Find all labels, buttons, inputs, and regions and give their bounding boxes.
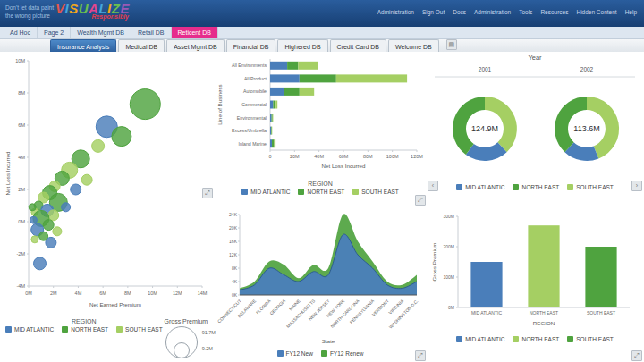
bubble-point[interactable] [30, 216, 38, 223]
legend-label: NORTH EAST [307, 189, 344, 195]
bubble-point[interactable] [48, 210, 59, 221]
bubble-point[interactable] [112, 127, 131, 147]
legend-item[interactable]: SOUTH EAST [567, 336, 614, 342]
y-axis-label: Gross Premium [431, 243, 437, 282]
report-tab[interactable]: Medical DB [118, 39, 165, 52]
bubble-point[interactable] [29, 204, 36, 211]
bubble-point[interactable] [92, 139, 105, 152]
report-tab[interactable]: Welcome DB [388, 39, 439, 52]
x-axis-label: REGION [533, 320, 555, 326]
bar[interactable] [528, 225, 559, 307]
bar-segment[interactable] [270, 139, 272, 147]
bar-segment[interactable] [271, 127, 272, 135]
bubble-point[interactable] [130, 89, 160, 120]
legend-label: MID ATLANTIC [465, 336, 504, 342]
breadcrumb-tab[interactable]: Wealth Mgmt DB [71, 27, 131, 38]
tick-label: 40M [314, 154, 324, 159]
bubble-point[interactable] [31, 236, 38, 243]
report-tab[interactable]: Highered DB [277, 39, 327, 52]
legend-swatch [298, 189, 304, 195]
x-axis-label: Net Loss Incurred [322, 163, 366, 169]
bar-segment[interactable] [275, 139, 276, 147]
nav-link[interactable]: Resources [540, 9, 568, 15]
scroll-right-icon[interactable]: › [631, 181, 642, 191]
legend-item[interactable]: SOUTH EAST [567, 184, 614, 190]
tick-label: 300M [443, 214, 454, 219]
expand-panel-icon[interactable]: ⤢ [415, 195, 426, 206]
legend-item[interactable]: MID ATLANTIC [5, 326, 54, 333]
expand-panel-icon[interactable]: ⤢ [631, 350, 642, 361]
breadcrumb-tab[interactable]: Retail DB [131, 27, 172, 38]
bar-segment[interactable] [270, 101, 273, 109]
breadcrumb-tab[interactable]: Ad Hoc [4, 27, 38, 38]
bar-segment[interactable] [270, 127, 271, 135]
tick-label: 8M [124, 290, 131, 296]
bar-segment[interactable] [275, 101, 277, 109]
bubble-point[interactable] [53, 227, 62, 236]
bar-segment[interactable] [284, 88, 300, 96]
legend-label: MID ATLANTIC [250, 189, 290, 195]
legend-item[interactable]: MID ATLANTIC [456, 336, 504, 342]
bubble-point[interactable] [81, 174, 92, 185]
report-tab[interactable]: Asset Mgmt DB [166, 39, 225, 52]
bar-segment[interactable] [270, 88, 284, 96]
report-tab[interactable]: Insurance Analysis [50, 39, 116, 52]
nav-link[interactable]: Tools [519, 9, 532, 15]
expand-panel-icon[interactable]: ⤢ [415, 350, 426, 361]
nav-link[interactable]: Administration [377, 9, 414, 15]
legend-item[interactable]: MID ATLANTIC [456, 184, 504, 190]
bar-segment[interactable] [273, 101, 275, 109]
bubble-point[interactable] [43, 220, 54, 231]
bar-segment[interactable] [300, 88, 314, 96]
bar-segment[interactable] [287, 62, 298, 70]
bar-segment[interactable] [336, 74, 407, 82]
tick-label: 0M [25, 290, 32, 296]
tick-label: 100M [386, 154, 399, 159]
bar-segment[interactable] [272, 114, 273, 122]
bar-segment[interactable] [298, 62, 318, 70]
donut-center-value: 124.9M [471, 124, 498, 133]
legend-item[interactable]: SOUTH EAST [116, 326, 163, 333]
bubble-point[interactable] [71, 184, 81, 195]
legend-item[interactable]: NORTH EAST [513, 184, 559, 190]
bubble-point[interactable] [46, 237, 56, 248]
panel-resize-icon[interactable]: ⤢ [202, 188, 213, 198]
bar-segment[interactable] [300, 74, 336, 82]
legend-item[interactable]: NORTH EAST [62, 326, 108, 333]
legend-swatch [5, 326, 12, 333]
nav-link[interactable]: Help [625, 9, 637, 15]
report-tab[interactable]: Credit Card DB [330, 39, 386, 52]
legend-item[interactable]: NORTH EAST [513, 336, 559, 342]
category-label: Inland Marine [239, 141, 267, 147]
bar-segment[interactable] [272, 139, 275, 147]
nav-link[interactable]: Docs [453, 9, 466, 15]
legend-label: SOUTH EAST [576, 184, 614, 190]
legend-item[interactable]: MID ATLANTIC [242, 189, 290, 195]
legend-item[interactable]: FY12 New [277, 350, 313, 357]
bar-segment[interactable] [270, 74, 300, 82]
bar[interactable] [470, 262, 502, 307]
legend-item[interactable]: NORTH EAST [298, 189, 344, 195]
bubble-point[interactable] [62, 203, 71, 212]
legend-item[interactable]: SOUTH EAST [352, 189, 399, 195]
nav-link[interactable]: Sign Out [422, 9, 445, 15]
bar-segment[interactable] [270, 62, 287, 70]
bar-segment[interactable] [272, 127, 273, 135]
legend-item[interactable]: FY12 Renew [321, 350, 364, 357]
bar-segment[interactable] [270, 114, 272, 122]
tick-label: 4M [18, 155, 25, 160]
nav-link[interactable]: Hidden Content [576, 9, 616, 15]
y-axis-label: Net Loss Incurred [4, 151, 11, 195]
nav-link[interactable]: Administration [474, 9, 511, 15]
bar[interactable] [585, 247, 616, 307]
legend-swatch [116, 326, 123, 333]
bar-segment[interactable] [273, 114, 274, 122]
tab-menu-icon[interactable]: ▤ [446, 39, 457, 50]
state-label: MAINE [288, 299, 301, 311]
breadcrumb-tab[interactable]: Reticent DB [172, 27, 218, 38]
report-tab[interactable]: Financial DB [226, 39, 276, 52]
tick-label: 8K [232, 265, 238, 271]
breadcrumb-tab[interactable]: Page 2 [38, 27, 71, 38]
scroll-left-icon[interactable]: ‹ [428, 181, 438, 191]
bubble-point[interactable] [34, 257, 47, 270]
